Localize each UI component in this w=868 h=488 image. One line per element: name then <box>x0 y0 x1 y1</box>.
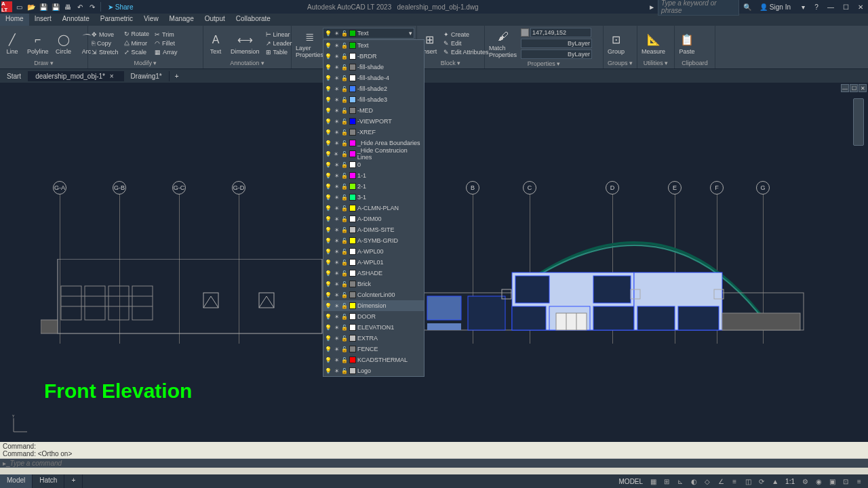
freeze-icon[interactable]: ☀ <box>333 346 340 352</box>
lock-icon[interactable]: 🔓 <box>341 346 348 352</box>
bulb-icon[interactable]: 💡 <box>325 205 332 211</box>
bulb-icon[interactable]: 💡 <box>325 140 332 146</box>
vp-close-icon[interactable]: ✕ <box>859 84 867 92</box>
command-input[interactable] <box>10 460 865 467</box>
freeze-icon[interactable]: ☀ <box>333 140 340 146</box>
freeze-icon[interactable]: ☀ <box>333 129 340 136</box>
search-input[interactable]: Type a keyword or phrase <box>658 0 739 16</box>
layer-item[interactable]: 💡☀🔓-fill-shade2 <box>323 83 424 94</box>
layer-item[interactable]: 💡☀🔓Brick <box>323 279 424 289</box>
drawing-canvas[interactable]: Front Elevation G-AG-BG-CG-DBCDEFG <box>0 83 868 442</box>
lock-icon[interactable]: 🔓 <box>341 259 348 266</box>
bulb-icon[interactable]: 💡 <box>325 107 332 114</box>
bulb-icon[interactable]: 💡 <box>325 172 332 179</box>
vp-minimize-icon[interactable]: — <box>841 84 849 92</box>
search-icon[interactable]: 🔍 <box>742 1 753 12</box>
bulb-icon[interactable]: 💡 <box>325 313 332 320</box>
annoscale-icon[interactable]: ▲ <box>769 476 781 487</box>
minimize-icon[interactable]: — <box>825 1 837 12</box>
layout-model[interactable]: Model <box>0 474 33 488</box>
lock-icon[interactable]: 🔓 <box>341 64 348 70</box>
signin-button[interactable]: 👤 Sign In <box>755 3 795 11</box>
hardware-icon[interactable]: ▣ <box>826 476 838 487</box>
layer-item[interactable]: 💡☀🔓A-CLMN-PLAN <box>323 203 424 214</box>
freeze-icon[interactable]: ☀ <box>333 226 340 233</box>
panel-modify[interactable]: Modify ▾ <box>90 59 201 67</box>
lock-icon[interactable]: 🔓 <box>341 85 348 92</box>
close-tab-icon[interactable]: × <box>107 73 117 80</box>
lock-icon[interactable]: 🔓 <box>341 216 348 222</box>
layer-item[interactable]: 💡☀🔓ColcnterLin00 <box>323 289 424 300</box>
share-button[interactable]: ➤ Share <box>104 3 137 11</box>
lock-icon[interactable]: 🔓 <box>341 237 348 244</box>
lwt-icon[interactable]: ≡ <box>728 476 741 487</box>
lineweight-input[interactable] <box>521 49 592 59</box>
freeze-icon[interactable]: ☀ <box>333 259 340 266</box>
layer-item[interactable]: 💡☀🔓Logo <box>323 365 424 376</box>
bulb-icon[interactable]: 💡 <box>325 324 332 331</box>
layer-item[interactable]: 💡☀🔓Text <box>323 40 424 51</box>
edit-button[interactable]: ✎ Edit <box>441 39 491 47</box>
paste-button[interactable]: 📋Paste <box>676 30 698 56</box>
lock-icon[interactable]: 🔓 <box>341 75 348 81</box>
layer-item[interactable]: 💡☀🔓FENCE <box>323 344 424 354</box>
ortho-icon[interactable]: ⊾ <box>674 476 686 487</box>
lock-icon[interactable]: 🔓 <box>341 96 348 103</box>
panel-annotation[interactable]: Annotation ▾ <box>205 59 290 67</box>
layer-dropdown-list[interactable]: 💡☀🔓Text💡☀🔓-BRDR💡☀🔓-fill-shade💡☀🔓-fill-sh… <box>323 39 425 377</box>
lock-icon[interactable]: 🔓 <box>341 172 348 179</box>
leader-button[interactable]: ↗ Leader <box>264 39 294 47</box>
freeze-icon[interactable]: ☀ <box>333 205 340 211</box>
freeze-icon[interactable]: ☀ <box>333 150 340 157</box>
layer-item[interactable]: 💡☀🔓_Hide Construcion Lines <box>323 148 424 159</box>
panel-draw[interactable]: Draw ▾ <box>1 59 86 67</box>
create-button[interactable]: ✦ Create <box>441 30 491 39</box>
layer-item[interactable]: 💡☀🔓-XREF <box>323 127 424 138</box>
tab-parametric[interactable]: Parametric <box>95 14 138 26</box>
lock-icon[interactable]: 🔓 <box>341 129 348 136</box>
lock-icon[interactable]: 🔓 <box>341 118 348 125</box>
bulb-icon[interactable]: 💡 <box>325 281 332 287</box>
freeze-icon[interactable]: ☀ <box>333 248 340 255</box>
lock-icon[interactable]: 🔓 <box>341 194 348 201</box>
panel-clipboard[interactable]: Clipboard <box>676 59 713 67</box>
layer-item[interactable]: 💡☀🔓EXTRA <box>323 333 424 344</box>
layer-item[interactable]: 💡☀🔓ASHADE <box>323 268 424 279</box>
tab-file-2[interactable]: Drawing1* <box>124 71 170 81</box>
freeze-icon[interactable]: ☀ <box>333 313 340 320</box>
layer-item[interactable]: 💡☀🔓Dimension <box>323 300 424 311</box>
tab-collaborate[interactable]: Collaborate <box>231 14 276 26</box>
tab-manage[interactable]: Manage <box>164 14 199 26</box>
bulb-icon[interactable]: 💡 <box>325 161 332 168</box>
lock-icon[interactable]: 🔓 <box>341 205 348 211</box>
osnap-icon[interactable]: ◇ <box>701 476 713 487</box>
linear-button[interactable]: ⊢ Linear <box>264 30 294 39</box>
lock-icon[interactable]: 🔓 <box>341 335 348 342</box>
customize-icon[interactable]: ≡ <box>853 476 865 487</box>
fillet-button[interactable]: ◠ Fillet <box>153 39 180 47</box>
tab-file-1[interactable]: dealership_mod_obj-1* × <box>28 71 123 81</box>
freeze-icon[interactable]: ☀ <box>333 194 340 201</box>
freeze-icon[interactable]: ☀ <box>333 42 340 49</box>
trim-button[interactable]: ✂ Trim <box>153 30 180 39</box>
transparency-icon[interactable]: ◫ <box>742 476 754 487</box>
grid-icon[interactable]: ▦ <box>647 476 659 487</box>
lock-icon[interactable]: 🔓 <box>341 291 348 298</box>
layout-hatch[interactable]: Hatch <box>33 474 64 488</box>
text-button[interactable]: AText <box>205 30 226 56</box>
otrack-icon[interactable]: ∠ <box>715 476 727 487</box>
copy-button[interactable]: ⎘ Copy <box>90 39 121 47</box>
mirror-button[interactable]: ⧋ Mirror <box>122 39 152 47</box>
layer-item[interactable]: 💡☀🔓0 <box>323 159 424 170</box>
layer-item[interactable]: 💡☀🔓2-1 <box>323 181 424 192</box>
isolate-icon[interactable]: ◉ <box>812 476 825 487</box>
layer-dropdown[interactable]: 💡 ☀ 🔓 Text ▾ <box>323 28 414 39</box>
tab-view[interactable]: View <box>138 14 164 26</box>
bulb-icon[interactable]: 💡 <box>325 291 332 298</box>
open-icon[interactable]: 📂 <box>26 1 37 12</box>
saveas-icon[interactable]: 💾 <box>50 1 61 12</box>
lock-icon[interactable]: 🔓 <box>341 302 348 309</box>
move-button[interactable]: ✥ Move <box>90 30 121 39</box>
freeze-icon[interactable]: ☀ <box>333 291 340 298</box>
lock-icon[interactable]: 🔓 <box>341 107 348 114</box>
